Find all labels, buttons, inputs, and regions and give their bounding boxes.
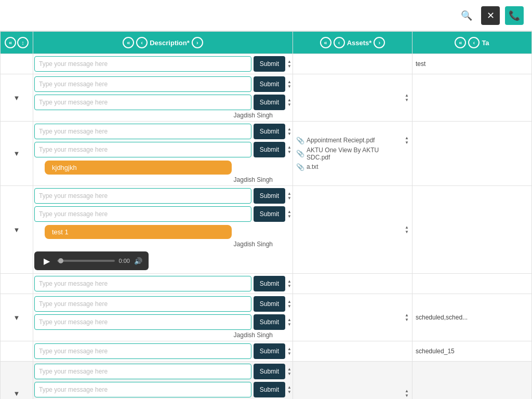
submit-button[interactable]: Submit — [254, 364, 285, 379]
desc-next-btn[interactable]: › — [192, 37, 203, 48]
assets-scroll-down[interactable]: ▼ — [405, 141, 409, 145]
tags-prev-prev-btn[interactable]: « — [455, 37, 466, 48]
scroll-up-arrow[interactable]: ▲ — [287, 80, 291, 84]
scroll-up-arrow[interactable]: ▲ — [287, 280, 291, 284]
submit-button[interactable]: Submit — [254, 276, 285, 291]
scroll-down-arrow[interactable]: ▼ — [287, 132, 291, 136]
scroll-up-arrow[interactable]: ▲ — [287, 127, 291, 131]
scroll-up-arrow[interactable]: ▲ — [287, 145, 291, 150]
row-collapse-arrow[interactable]: ▼ — [14, 390, 20, 397]
tags-prev-btn[interactable]: ‹ — [468, 37, 480, 48]
message-input[interactable] — [34, 76, 251, 92]
submit-button[interactable]: Submit — [254, 343, 285, 359]
submit-button[interactable]: Submit — [254, 382, 285, 397]
assets-scroll-up[interactable]: ▲ — [405, 313, 409, 317]
scroll-up-arrow[interactable]: ▲ — [287, 347, 291, 351]
assets-cell: ▲ ▼ — [293, 294, 413, 341]
assets-scroll-up[interactable]: ▲ — [405, 389, 409, 393]
scroll-arrows: ▲ ▼ — [287, 318, 291, 327]
asset-link[interactable]: 📎 a.txt — [296, 163, 403, 171]
asset-link[interactable]: 📎 Appointment Reciept.pdf — [296, 137, 403, 144]
scroll-down-arrow[interactable]: ▼ — [287, 304, 291, 309]
assets-prev-btn[interactable]: ‹ — [334, 37, 345, 48]
scroll-down-arrow[interactable]: ▼ — [287, 103, 291, 107]
submit-button[interactable]: Submit — [254, 314, 285, 330]
scroll-down-arrow[interactable]: ▼ — [287, 196, 291, 201]
submit-button[interactable]: Submit — [254, 56, 285, 72]
message-input[interactable] — [34, 276, 251, 291]
scroll-up-arrow[interactable]: ▲ — [287, 60, 291, 64]
scroll-up-arrow[interactable]: ▲ — [287, 98, 291, 102]
submit-button[interactable]: Submit — [254, 206, 285, 222]
assets-scroll-up[interactable]: ▲ — [405, 136, 409, 140]
message-input[interactable] — [34, 343, 251, 359]
assets-scroll-down[interactable]: ▼ — [405, 394, 409, 398]
message-input-row: Submit ▲ ▼ — [34, 188, 291, 204]
submit-button[interactable]: Submit — [254, 124, 285, 139]
assets-scroll-down[interactable]: ▼ — [405, 230, 409, 234]
assets-next-btn[interactable]: › — [374, 37, 385, 48]
desc-prev-prev-btn[interactable]: « — [123, 37, 134, 48]
message-input[interactable] — [34, 124, 251, 139]
scroll-down-arrow[interactable]: ▼ — [287, 150, 291, 154]
assets-list — [296, 225, 403, 234]
scroll-up-arrow[interactable]: ▲ — [287, 385, 291, 390]
submit-button[interactable]: Submit — [254, 188, 285, 204]
scroll-down-arrow[interactable]: ▼ — [287, 323, 291, 327]
scroll-down-arrow[interactable]: ▼ — [287, 284, 291, 288]
scroll-down-arrow[interactable]: ▼ — [287, 215, 291, 219]
row-collapse-arrow[interactable]: ▼ — [14, 94, 20, 102]
asset-link[interactable]: 📎 AKTU One View By AKTU SDC.pdf — [296, 147, 403, 161]
row-collapse-arrow[interactable]: ▼ — [14, 226, 20, 234]
scroll-down-arrow[interactable]: ▼ — [287, 372, 291, 376]
search-icon[interactable]: 🔍 — [457, 6, 476, 25]
message-input[interactable] — [34, 56, 251, 72]
col1-prev-btn[interactable]: « — [5, 37, 16, 48]
assets-scroll-up[interactable]: ▲ — [405, 225, 409, 230]
scroll-down-arrow[interactable]: ▼ — [287, 390, 291, 394]
desc-inner: Submit ▲ ▼ Submit ▲ ▼ Jagdish Singh — [34, 75, 291, 120]
submit-button[interactable]: Submit — [254, 95, 285, 110]
submit-button[interactable]: Submit — [254, 76, 285, 92]
top-bar: 🔍 ✕ 📞 — [0, 0, 532, 31]
assets-inner: ▲ ▼ — [296, 94, 409, 102]
message-input[interactable] — [34, 95, 251, 110]
col1-sort-btn[interactable]: ↕ — [17, 37, 29, 48]
assets-prev-prev-btn[interactable]: « — [320, 37, 331, 48]
volume-icon[interactable]: 🔊 — [134, 257, 142, 265]
table-row: ▼ Submit ▲ ▼ Submit ▲ ▼ test 1Jagdish Si… — [1, 186, 532, 274]
assets-scroll-down[interactable]: ▼ — [405, 318, 409, 322]
message-input[interactable] — [34, 188, 251, 204]
assets-list — [296, 94, 403, 102]
tag-value: scheduled,sched... — [416, 314, 468, 321]
submit-button[interactable]: Submit — [254, 142, 285, 157]
chat-icon[interactable]: ✕ — [481, 6, 500, 25]
scroll-down-arrow[interactable]: ▼ — [287, 352, 291, 356]
description-cell: Submit ▲ ▼ — [33, 274, 293, 294]
message-input[interactable] — [34, 314, 251, 330]
scroll-up-arrow[interactable]: ▲ — [287, 300, 291, 304]
row-collapse-arrow[interactable]: ▼ — [14, 314, 20, 322]
row-arrow-cell: ▼ — [1, 122, 33, 186]
message-input[interactable] — [34, 382, 251, 397]
message-input[interactable] — [34, 142, 251, 157]
message-input[interactable] — [34, 296, 251, 312]
submit-button[interactable]: Submit — [254, 296, 285, 312]
description-cell: Submit ▲ ▼ Submit ▲ ▼ kjdhgjkhJagdish Si… — [33, 122, 293, 186]
desc-inner: Submit ▲ ▼ Submit ▲ ▼ meeting scheduled … — [34, 363, 291, 399]
scroll-down-arrow[interactable]: ▼ — [287, 85, 291, 89]
scroll-up-arrow[interactable]: ▲ — [287, 367, 291, 371]
scroll-up-arrow[interactable]: ▲ — [287, 192, 291, 196]
message-input[interactable] — [34, 206, 251, 222]
progress-track[interactable] — [57, 260, 115, 262]
message-input[interactable] — [34, 364, 251, 379]
desc-prev-btn[interactable]: ‹ — [136, 37, 148, 48]
assets-scroll-up[interactable]: ▲ — [405, 94, 409, 98]
scroll-up-arrow[interactable]: ▲ — [287, 318, 291, 322]
assets-scroll-down[interactable]: ▼ — [405, 98, 409, 102]
row-collapse-arrow[interactable]: ▼ — [14, 150, 20, 157]
play-button[interactable]: ▶ — [41, 255, 53, 267]
scroll-down-arrow[interactable]: ▼ — [287, 64, 291, 69]
scroll-up-arrow[interactable]: ▲ — [287, 210, 291, 214]
phone-icon[interactable]: 📞 — [505, 6, 524, 25]
